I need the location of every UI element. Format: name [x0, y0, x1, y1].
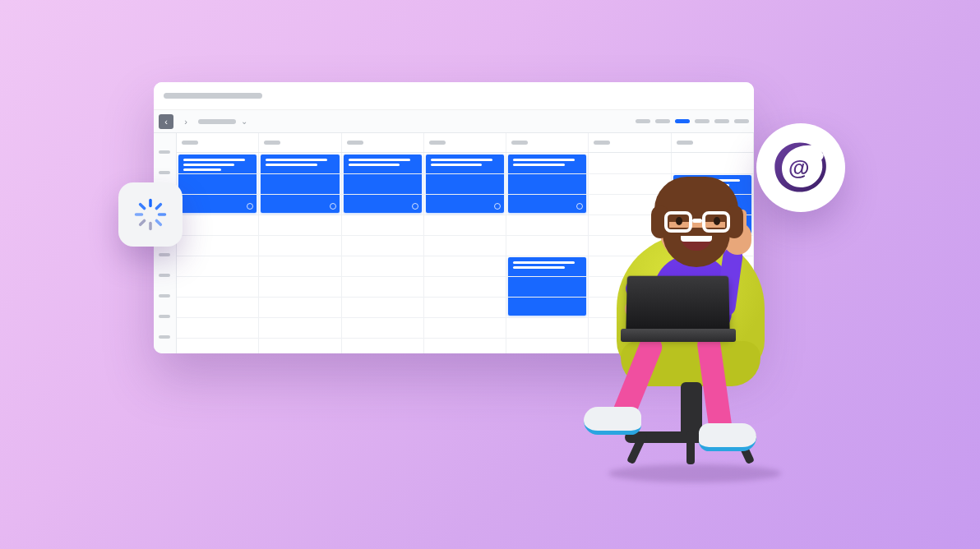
svg-line-1 — [156, 205, 160, 209]
window-titlebar — [154, 82, 754, 110]
recurrence-icon — [330, 203, 336, 210]
view-option[interactable] — [636, 119, 650, 123]
day-header-cell — [672, 133, 754, 152]
day-column[interactable] — [177, 153, 259, 353]
day-column[interactable] — [259, 153, 341, 353]
view-option[interactable] — [695, 119, 710, 123]
glasses-icon — [664, 211, 730, 233]
day-header-cell — [424, 133, 506, 152]
calendar-event[interactable] — [178, 155, 257, 213]
view-option[interactable] — [655, 119, 670, 123]
day-header-row — [177, 133, 754, 153]
chevron-down-icon[interactable]: ⌄ — [241, 117, 247, 126]
svg-line-3 — [156, 220, 160, 224]
day-header-cell — [589, 133, 671, 152]
view-switch — [636, 119, 749, 123]
next-button[interactable]: › — [178, 114, 193, 129]
date-range-picker[interactable] — [198, 119, 236, 124]
day-header-cell — [259, 133, 341, 152]
scheduler-toolbar: ‹ › ⌄ — [154, 110, 754, 133]
view-option[interactable] — [675, 119, 690, 123]
loading-spinner-icon — [133, 197, 168, 232]
shoe-icon — [699, 423, 756, 451]
view-option[interactable] — [734, 119, 749, 123]
recurrence-icon — [247, 203, 253, 210]
character-illustration — [576, 177, 806, 481]
laptop-icon — [626, 276, 730, 337]
day-header-cell — [506, 133, 589, 152]
day-column[interactable] — [342, 153, 424, 353]
svg-line-7 — [141, 205, 145, 209]
calendar-event[interactable] — [261, 155, 339, 213]
day-column[interactable] — [424, 153, 506, 353]
shoe-icon — [584, 407, 641, 435]
calendar-event[interactable] — [344, 155, 422, 213]
recurrence-icon — [494, 203, 501, 210]
window-title — [164, 93, 262, 99]
day-header-cell — [342, 133, 424, 152]
recurrence-icon — [412, 203, 418, 210]
view-option[interactable] — [714, 119, 729, 123]
svg-line-5 — [141, 220, 145, 224]
calendar-event[interactable] — [426, 155, 504, 213]
prev-button[interactable]: ‹ — [159, 114, 173, 129]
day-header-cell — [177, 133, 259, 152]
loading-badge — [118, 182, 183, 247]
